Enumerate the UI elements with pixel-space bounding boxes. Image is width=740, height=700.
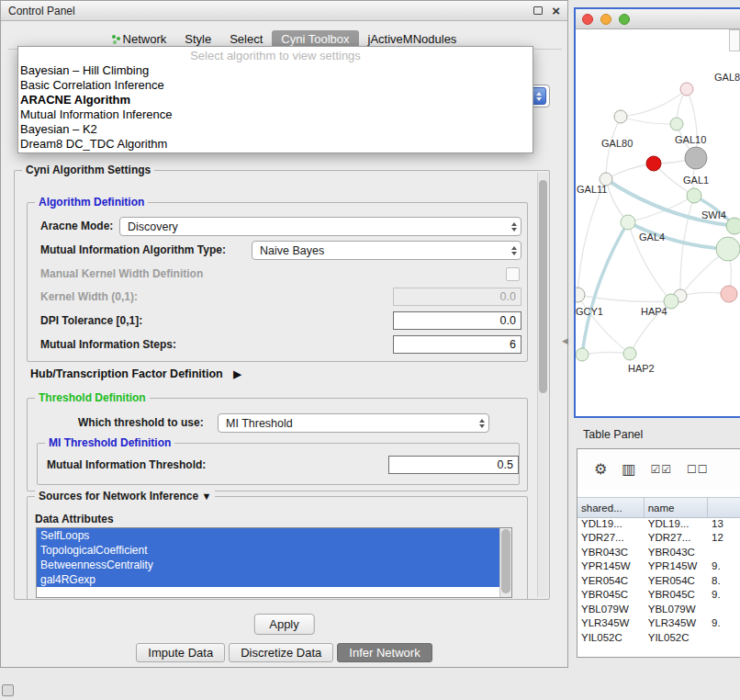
scrollbar-thumb[interactable] xyxy=(501,529,510,593)
sources-section-title[interactable]: Sources for Network Inference ▼ xyxy=(35,490,215,502)
which-threshold-combobox[interactable]: MI Threshold xyxy=(218,413,489,433)
table-cell: YIL052C xyxy=(577,632,645,643)
deselect-all-checkboxes-icon[interactable]: ☐☐ xyxy=(687,462,709,477)
table-cell: YBR045C xyxy=(645,589,708,600)
network-node[interactable] xyxy=(614,110,627,123)
columns-icon[interactable]: ▥ xyxy=(622,462,635,477)
table-column-header[interactable]: name xyxy=(645,498,708,517)
tab-jactivemnodules[interactable]: jActiveMNodules xyxy=(359,30,466,48)
network-node[interactable] xyxy=(726,218,740,234)
table-row[interactable]: YDR27...YDR27...12 xyxy=(577,531,740,546)
close-traffic-light-icon[interactable] xyxy=(582,14,593,25)
manual-kernel-width-label: Manual Kernel Width Definition xyxy=(40,265,203,283)
minimize-traffic-light-icon[interactable] xyxy=(600,14,611,25)
node-label: SWI4 xyxy=(701,209,726,220)
table-cell: 9. xyxy=(708,589,740,600)
network-node[interactable] xyxy=(623,347,636,360)
attribute-item[interactable]: BetweennessCentrality xyxy=(37,558,499,572)
kernel-width-field[interactable] xyxy=(393,288,521,306)
close-icon[interactable]: × xyxy=(552,6,560,17)
mi-algorithm-type-combobox[interactable]: Naive Bayes xyxy=(252,241,521,260)
scrollbar-thumb[interactable] xyxy=(539,180,547,393)
expanded-arrow-icon[interactable]: ▼ xyxy=(201,491,211,502)
which-threshold-value: MI Threshold xyxy=(226,417,293,430)
table-row[interactable]: YLR345WYLR345W9. xyxy=(577,616,740,631)
network-node[interactable] xyxy=(621,215,635,230)
zoom-traffic-light-icon[interactable] xyxy=(619,14,630,25)
network-edge[interactable] xyxy=(577,295,630,354)
network-edge[interactable] xyxy=(582,352,630,355)
mi-threshold-field[interactable] xyxy=(388,456,519,474)
dpi-tolerance-field[interactable] xyxy=(393,311,521,330)
manual-kernel-width-checkbox[interactable] xyxy=(506,267,520,281)
tab-select[interactable]: Select xyxy=(220,30,272,48)
network-node[interactable] xyxy=(721,286,737,302)
list-scrollbar[interactable] xyxy=(499,528,511,597)
table-row[interactable]: YER054CYER054C8. xyxy=(577,573,740,588)
network-edge[interactable] xyxy=(582,222,628,355)
table-cell: YPR145W xyxy=(645,560,708,571)
tab-cyni-toolbox[interactable]: Cyni Toolbox xyxy=(272,30,358,48)
kernel-width-label: Kernel Width (0,1): xyxy=(40,288,138,306)
table-column-header[interactable]: shared... xyxy=(577,498,645,517)
table-cell: YDR27... xyxy=(645,532,708,543)
table-cell: YBR043C xyxy=(645,547,708,558)
network-node[interactable] xyxy=(685,147,707,169)
network-edge[interactable] xyxy=(621,117,677,124)
node-label: GAL4 xyxy=(639,231,665,243)
mi-threshold-group: MI Threshold Definition Mutual Informati… xyxy=(37,443,520,485)
tab-infer-network[interactable]: Infer Network xyxy=(337,643,432,662)
table-row[interactable]: YPR145WYPR145W9. xyxy=(577,559,740,574)
mi-steps-field[interactable] xyxy=(393,335,521,354)
table-row[interactable]: YDL19...YDL19...13 xyxy=(577,516,740,531)
algorithm-option[interactable]: Basic Correlation Inference xyxy=(18,78,533,93)
attribute-item[interactable]: SelfLoops xyxy=(37,528,499,543)
algorithm-option[interactable]: Bayesian – K2 xyxy=(18,122,533,137)
table-row[interactable]: YBL079WYBL079W xyxy=(577,602,740,616)
algorithm-option[interactable]: Bayesian – Hill Climbing xyxy=(18,63,533,78)
algorithm-option[interactable]: ARACNE Algorithm xyxy=(18,93,533,107)
algorithm-option[interactable]: Dream8 DC_TDC Algorithm xyxy=(18,137,533,152)
data-attributes-list[interactable]: SelfLoopsTopologicalCoefficientBetweenne… xyxy=(36,527,512,598)
table-body[interactable]: YDL19...YDL19...13YDR27...YDR27...12YBR0… xyxy=(577,516,740,657)
attribute-item[interactable]: gal4RGexp xyxy=(37,572,499,587)
network-node[interactable] xyxy=(687,188,701,203)
aracne-mode-combobox[interactable]: Discovery xyxy=(119,217,521,236)
float-window-icon[interactable] xyxy=(533,6,543,15)
table-column-header[interactable] xyxy=(708,498,740,517)
table-panel-title: Table Panel xyxy=(583,428,643,441)
tab-style[interactable]: Style xyxy=(175,30,220,48)
hub-definition-section[interactable]: Hub/Transcription Factor Definition ▶ xyxy=(30,367,241,380)
control-panel-titlebar[interactable]: Control Panel × xyxy=(1,1,567,21)
table-row[interactable]: YBR045CYBR045C9. xyxy=(577,588,740,603)
network-node[interactable] xyxy=(576,348,589,361)
table-cell: YBR045C xyxy=(577,589,645,600)
table-row[interactable]: YIL052CYIL052C xyxy=(577,630,740,645)
network-node[interactable] xyxy=(680,83,693,96)
network-scrollbar[interactable] xyxy=(729,29,740,51)
network-node[interactable] xyxy=(716,237,740,261)
select-all-checkboxes-icon[interactable]: ☑☑ xyxy=(650,462,672,477)
collapsed-panel-icon[interactable] xyxy=(2,684,14,696)
network-edge[interactable] xyxy=(577,295,671,302)
network-node[interactable] xyxy=(670,118,683,130)
table-row[interactable]: YBR043CYBR043C xyxy=(577,545,740,559)
node-label: HAP2 xyxy=(628,363,655,374)
algorithm-option[interactable]: Mutual Information Inference xyxy=(18,107,533,122)
network-graph[interactable]: GAL80GAL80GAL10GAL1GAL11SWI4GAL4GCY1HAP4… xyxy=(576,29,740,416)
splitter-collapse-icon[interactable]: ◀ xyxy=(562,336,568,345)
network-node[interactable] xyxy=(576,288,585,302)
collapsed-arrow-icon[interactable]: ▶ xyxy=(233,368,241,379)
network-edge[interactable] xyxy=(621,89,687,117)
tab-impute-data[interactable]: Impute Data xyxy=(136,643,225,662)
tab-network[interactable]: Network xyxy=(103,30,176,48)
network-window-titlebar[interactable] xyxy=(576,9,740,29)
network-node[interactable] xyxy=(646,156,661,171)
table-header-row: shared...name xyxy=(577,497,740,518)
tab-discretize-data[interactable]: Discretize Data xyxy=(229,643,333,662)
apply-button[interactable]: Apply xyxy=(253,614,315,635)
gear-icon[interactable]: ⚙ xyxy=(594,462,607,477)
settings-scrollbar[interactable] xyxy=(537,173,548,597)
network-canvas[interactable]: GAL80GAL80GAL10GAL1GAL11SWI4GAL4GCY1HAP4… xyxy=(576,29,740,416)
attribute-item[interactable]: TopologicalCoefficient xyxy=(37,543,499,558)
